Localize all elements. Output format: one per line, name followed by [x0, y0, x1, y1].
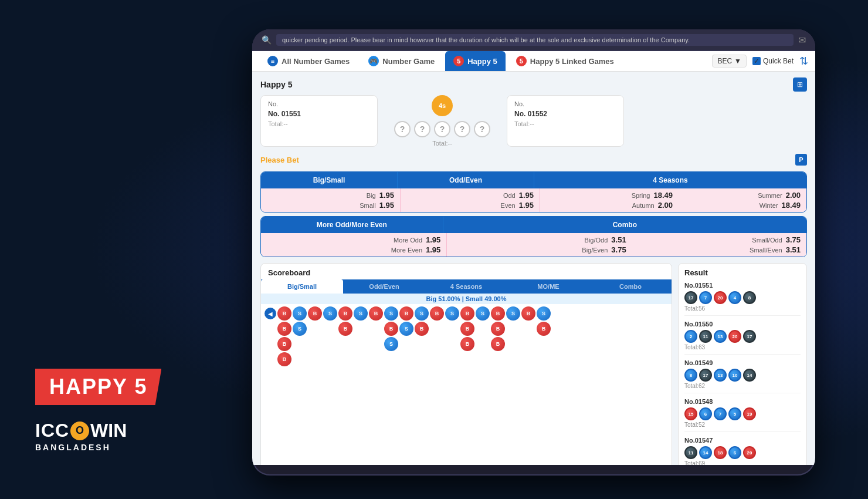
ball-s-9[interactable]: S — [537, 306, 551, 321]
ball-r3-s[interactable]: S — [384, 337, 398, 351]
game-action-icon[interactable]: ⊞ — [793, 77, 807, 92]
small-even-row[interactable]: Small/Even 3.51 — [628, 245, 801, 254]
tab-all-icon: ≡ — [267, 56, 278, 66]
ball-s-8[interactable]: S — [506, 306, 520, 321]
game-title-row: Happy 5 ⊞ — [260, 77, 807, 92]
small-row[interactable]: Small 1.95 — [267, 201, 394, 210]
spring-label: Spring — [632, 192, 650, 199]
res-ball-11b: 11 — [684, 446, 697, 459]
ball-b-3[interactable]: B — [338, 306, 352, 321]
ball-b-5[interactable]: B — [399, 306, 413, 321]
q-ball-2: ? — [414, 121, 430, 137]
ball-s-3[interactable]: S — [354, 306, 368, 321]
nav-prev-icon[interactable]: ◀ — [265, 308, 276, 319]
ball-b-8[interactable]: B — [491, 306, 505, 321]
combo-cell: Big/Odd 3.51 Small/Odd 3.75 Big/Even 3.7… — [447, 233, 806, 257]
logo-icc: ICC — [35, 420, 69, 441]
more-even-value: 1.95 — [426, 245, 440, 254]
sort-icon[interactable]: ⇅ — [799, 55, 808, 68]
autumn-row[interactable]: Autumn 2.00 — [546, 201, 673, 210]
res-ball-7b: 7 — [714, 407, 727, 420]
bec-select[interactable]: BEC ▼ — [712, 55, 747, 68]
tab-happy-5[interactable]: 5 Happy 5 — [445, 51, 506, 71]
ball-r3-1[interactable]: B — [277, 337, 291, 351]
even-row[interactable]: Even 1.95 — [406, 201, 534, 210]
res-ball-6: 6 — [699, 407, 712, 420]
more-even-row[interactable]: More Even 1.95 — [267, 245, 440, 254]
score-tab-combo[interactable]: Combo — [589, 279, 672, 294]
ball-b-6[interactable]: B — [430, 306, 444, 321]
ball-b-1[interactable]: B — [277, 306, 291, 321]
tab-number-game[interactable]: 🎮 Number Game — [360, 51, 443, 71]
autumn-value: 2.00 — [658, 201, 673, 210]
ball-r4-1[interactable]: B — [277, 352, 291, 366]
main-content: Happy 5 ⊞ No. No. 01551 Total:-- 4s ? ? … — [252, 72, 815, 465]
ball-b-7[interactable]: B — [460, 306, 474, 321]
ball-r2-1[interactable]: B — [277, 322, 291, 336]
spring-row[interactable]: Spring 18.49 — [546, 191, 673, 200]
score-tab-mome[interactable]: MO/ME — [507, 279, 589, 294]
res-ball-19: 19 — [743, 407, 756, 420]
ball-row-3: B S B B — [265, 337, 668, 351]
tab-all-number-games[interactable]: ≡ All Number Games — [259, 51, 358, 71]
even-label: Even — [501, 202, 516, 209]
result-row-01551: No.01551 17 7 20 4 8 Total:56 — [684, 282, 801, 316]
tab-h5-icon: 5 — [453, 56, 464, 66]
p-badge[interactable]: P — [795, 154, 807, 166]
small-even-label: Small/Even — [750, 247, 782, 254]
big-even-row[interactable]: Big/Even 3.75 — [453, 245, 626, 254]
odd-row[interactable]: Odd 1.95 — [406, 191, 534, 200]
summer-row[interactable]: Summer 2.00 — [674, 191, 801, 200]
big-row[interactable]: Big 1.95 — [267, 191, 394, 200]
score-tab-oddeven[interactable]: Odd/Even — [343, 279, 425, 294]
ball-r2-7[interactable]: B — [460, 322, 474, 336]
small-value: 1.95 — [379, 201, 394, 210]
score-tab-4seasons[interactable]: 4 Seasons — [425, 279, 507, 294]
ball-b-9[interactable]: B — [521, 306, 535, 321]
q-ball-1: ? — [394, 121, 411, 137]
res-ball-2: 2 — [684, 330, 697, 343]
small-odd-row[interactable]: Small/Odd 3.75 — [628, 235, 801, 244]
ball-r2-2[interactable]: S — [293, 322, 307, 336]
ball-r2-5[interactable]: S — [399, 322, 413, 336]
ball-s-1[interactable]: S — [293, 306, 307, 321]
q-ball-4: ? — [454, 121, 470, 137]
ball-s-4[interactable]: S — [384, 306, 398, 321]
right-card-value: No. 01552 — [514, 110, 616, 118]
happy5-banner: HAPPY 5 — [35, 369, 161, 405]
big-odd-row[interactable]: Big/Odd 3.51 — [453, 235, 626, 244]
ball-b-4[interactable]: B — [369, 306, 383, 321]
address-bar[interactable]: quicker pending period. Please bear in m… — [276, 34, 794, 46]
betting-table-row2: More Odd/More Even Combo More Odd 1.95 M… — [260, 216, 807, 257]
tab-happy-5-linked[interactable]: 5 Happy 5 Linked Games — [508, 51, 622, 71]
res-ball-6b: 6 — [728, 446, 741, 459]
ball-s-2[interactable]: S — [323, 306, 337, 321]
more-odd-value: 1.95 — [426, 235, 440, 244]
ball-r2-9[interactable]: B — [537, 322, 551, 336]
result-balls-01551: 17 7 20 4 8 — [684, 291, 801, 304]
bet-data-row2: More Odd 1.95 More Even 1.95 Big/Odd 3.5… — [261, 233, 806, 257]
logo-bangladesh: BANGLADESH — [35, 443, 127, 452]
ball-b-2[interactable]: B — [308, 306, 322, 321]
ball-s-6[interactable]: S — [445, 306, 459, 321]
res-ball-17b: 17 — [743, 330, 756, 343]
score-tab-bigsmall[interactable]: Big/Small — [261, 279, 343, 294]
ball-r2-4[interactable]: B — [384, 322, 398, 336]
quick-bet-checkbox[interactable]: ✓ — [752, 57, 761, 65]
ball-s-7[interactable]: S — [476, 306, 490, 321]
winter-row[interactable]: Winter 18.49 — [674, 201, 801, 210]
res-ball-20b: 20 — [728, 330, 741, 343]
ball-r2-8[interactable]: B — [491, 322, 505, 336]
ball-s-5[interactable]: S — [415, 306, 429, 321]
res-ball-10: 10 — [728, 369, 741, 382]
big-even-label: Big/Even — [582, 247, 608, 254]
result-no-01551: No.01551 — [684, 282, 801, 289]
result-total-01547: Total:69 — [684, 460, 801, 465]
ball-r3-3[interactable]: B — [491, 337, 505, 351]
banner-text: HAPPY 5 — [49, 375, 147, 399]
more-odd-row[interactable]: More Odd 1.95 — [267, 235, 440, 244]
tab-num-icon: 🎮 — [368, 56, 379, 66]
ball-r3-2[interactable]: B — [460, 337, 474, 351]
ball-r2-3[interactable]: B — [338, 322, 352, 336]
ball-r2-6[interactable]: B — [415, 322, 429, 336]
